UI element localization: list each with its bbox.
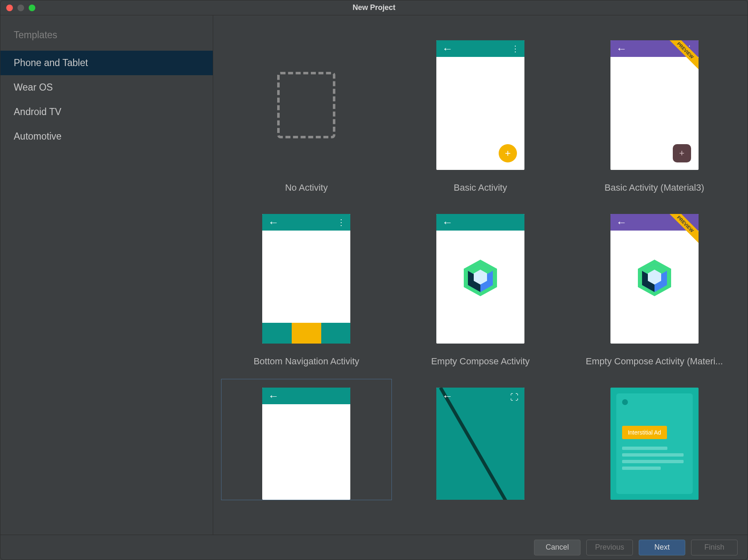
template-label: Empty Compose Activity (Materi... (586, 356, 723, 367)
compose-logo-icon (464, 260, 497, 298)
back-arrow-icon: ← (442, 390, 453, 403)
preview-appbar: ← ⋮ (262, 214, 350, 231)
sidebar-item-android-tv[interactable]: Android TV (0, 100, 213, 124)
nav-segment (321, 323, 351, 344)
sidebar-item-label: Android TV (14, 106, 62, 117)
sidebar-item-phone-tablet[interactable]: Phone and Tablet (0, 51, 213, 75)
template-preview: ← ⋮ + (436, 40, 524, 170)
template-gallery[interactable]: No Activity ← ⋮ + Basic Activity (213, 15, 748, 535)
back-arrow-icon: ← (268, 390, 279, 403)
template-ad-activity[interactable]: Interstitial Ad (569, 379, 739, 500)
template-empty-compose[interactable]: ← Empty (396, 206, 566, 375)
placeholder-line (622, 447, 667, 450)
next-button[interactable]: Next (639, 540, 685, 555)
template-bottom-navigation[interactable]: ← ⋮ Bottom Navigation Activity (221, 206, 391, 375)
fullscreen-icon: ⛶ (510, 393, 519, 402)
template-preview: ← (262, 388, 350, 500)
preview-ad-card: Interstitial Ad (616, 393, 693, 494)
placeholder-line (622, 453, 684, 457)
finish-button[interactable]: Finish (691, 540, 738, 555)
template-label: Basic Activity (Material3) (605, 182, 704, 193)
sidebar-item-wear-os[interactable]: Wear OS (0, 75, 213, 100)
template-empty-compose-m3[interactable]: ← PREVIEW (569, 206, 739, 375)
placeholder-line (622, 460, 684, 463)
preview-appbar: ← (262, 388, 350, 404)
sidebar-item-label: Phone and Tablet (14, 57, 88, 68)
template-label: Basic Activity (454, 182, 507, 193)
template-label: Empty Compose Activity (431, 356, 529, 367)
minimize-window-button[interactable] (17, 5, 24, 11)
template-preview: ← (436, 214, 524, 344)
cancel-button[interactable]: Cancel (534, 540, 581, 555)
template-preview: ← ⋮ (262, 214, 350, 344)
preview-appbar: ← ⋮ (436, 40, 524, 57)
sidebar-item-automotive[interactable]: Automotive (0, 124, 213, 149)
maximize-window-button[interactable] (29, 5, 35, 11)
template-preview: Interstitial Ad (610, 388, 699, 500)
template-basic-activity[interactable]: ← ⋮ + Basic Activity (396, 32, 566, 201)
previous-button[interactable]: Previous (586, 540, 633, 555)
template-grid: No Activity ← ⋮ + Basic Activity (221, 32, 739, 500)
nav-segment (262, 323, 292, 344)
diagonal-line-icon (436, 388, 524, 500)
back-arrow-icon: ← (616, 42, 627, 55)
nav-segment-active (292, 323, 321, 344)
preview-bottom-nav (262, 323, 350, 344)
template-preview (262, 40, 350, 170)
template-label: Bottom Navigation Activity (253, 356, 359, 367)
template-fullscreen-activity[interactable]: ← ⛶ (396, 379, 566, 500)
back-arrow-icon: ← (442, 216, 453, 229)
templates-sidebar: Templates Phone and Tablet Wear OS Andro… (0, 15, 213, 535)
template-preview: ← ⛶ (436, 388, 524, 500)
status-dot-icon (622, 399, 628, 405)
window-controls (0, 5, 35, 11)
preview-ad-bg: Interstitial Ad (610, 388, 699, 500)
sidebar-item-label: Automotive (14, 131, 62, 142)
sidebar-item-label: Wear OS (14, 82, 53, 93)
preview-appbar: ← (436, 214, 524, 231)
dashed-placeholder-icon (277, 72, 335, 138)
svg-line-12 (440, 388, 515, 500)
template-basic-activity-m3[interactable]: ← ⋮ + PREVIEW Basic Activity (Material3) (569, 32, 739, 201)
ad-button-label: Interstitial Ad (622, 426, 667, 439)
preview-fullscreen-bg: ← ⛶ (436, 388, 524, 500)
window-title: New Project (352, 3, 395, 12)
sidebar-header: Templates (0, 24, 213, 51)
new-project-window: New Project Templates Phone and Tablet W… (0, 0, 748, 560)
back-arrow-icon: ← (442, 42, 453, 55)
template-preview: ← ⋮ + PREVIEW (610, 40, 699, 170)
close-window-button[interactable] (6, 5, 13, 11)
fab-icon: + (499, 144, 517, 162)
template-preview: ← PREVIEW (610, 214, 699, 344)
compose-logo-icon (638, 260, 671, 298)
template-label: No Activity (285, 182, 328, 193)
back-arrow-icon: ← (616, 216, 627, 229)
placeholder-line (622, 467, 661, 470)
template-no-activity[interactable]: No Activity (221, 32, 391, 201)
wizard-footer: Cancel Previous Next Finish (0, 535, 748, 560)
titlebar: New Project (0, 0, 748, 15)
fab-icon: + (673, 144, 691, 162)
template-empty-activity[interactable]: ← (221, 379, 391, 500)
more-icon: ⋮ (337, 217, 344, 227)
back-arrow-icon: ← (268, 216, 279, 229)
more-icon: ⋮ (511, 44, 519, 54)
preview-appbar: ← ⛶ (436, 388, 524, 404)
content-area: Templates Phone and Tablet Wear OS Andro… (0, 15, 748, 535)
